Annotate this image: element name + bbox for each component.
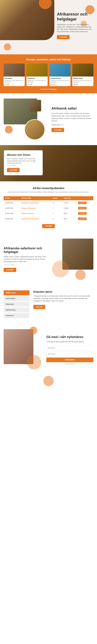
resor-table-row: 15 SEP 2023 Resans #3 Gorilla 5 856 € VI… xyxy=(4,211,94,216)
card-kulturturer-desc: Sample text. Click to select this Text P… xyxy=(28,80,46,83)
safariturer-section: Afrikanska safariturer och helgdagar Nul… xyxy=(0,234,97,285)
nyhetsbrev-credit-link[interactable]: Unsplash xyxy=(70,363,75,364)
erbjuden-content: Erbjuden tjänst Vi integritet handlar om… xyxy=(33,290,94,319)
resor-table-row: 15 SEP 2023 Resans #2 Savannah 7 1.508 €… xyxy=(4,206,94,211)
row-datum: 15 SEP 2023 xyxy=(4,206,20,211)
row-visa-pris-button[interactable]: VISA PRIS xyxy=(78,202,86,204)
card-wildlife-desc: Sample text. Click to select this Text P… xyxy=(73,80,92,83)
safari-elephant-image xyxy=(30,100,41,112)
row-pris: 1.508 € xyxy=(62,206,77,211)
card-kilimanjaro-body: Kilimanjaro Sample text. Click to select… xyxy=(4,76,25,86)
resor-subtitle: Lorem ipsum proin gravida nibh vel velit… xyxy=(4,191,94,193)
hero-title: Afrikaresor och helgdagar xyxy=(57,12,94,22)
card-kulturturer-image xyxy=(26,64,48,76)
resor-table-header-row: DATUM RESANS NAMN DAGAR FRÅN PRIS xyxy=(4,196,94,200)
erbjuden-title: Erbjuden tjänst xyxy=(33,290,94,293)
souq-bottom-link[interactable]: RESOR xyxy=(52,88,56,90)
mission-cta-button[interactable]: LÄS MER xyxy=(7,168,20,172)
menu-item-kulturturer[interactable]: Kulturturer xyxy=(4,313,30,318)
souq-bottom: BLÄDDRA BLAND RESOR xyxy=(4,88,94,90)
card-kilimanjaro-price: 123.995 xyxy=(5,84,24,85)
row-dagar: 5 xyxy=(51,211,62,216)
col-pris: FRÅN PRIS xyxy=(62,196,77,200)
resor-cta-button[interactable]: LÄS MER xyxy=(42,224,55,228)
row-namn: Resans #3 Gorilla xyxy=(20,211,51,216)
safari-orange-circle xyxy=(5,126,13,134)
mission-card: Mission och Vision Fusce fermentum. Null… xyxy=(4,150,43,175)
card-strandsemester-desc: Sample text. Click to select this Text P… xyxy=(50,80,70,83)
card-wildlife-title: Wildlife Safari xyxy=(73,78,92,79)
erbjuden-cta-button[interactable]: VISA DU xyxy=(33,305,45,309)
row-action[interactable]: VISA PRIS xyxy=(77,206,94,211)
card-kilimanjaro-desc: Sample text. Click to select this Text P… xyxy=(5,80,24,83)
safari-text: Afrikansk safari Fusce fermentum. Nullam… xyxy=(52,106,94,132)
mission-description: Fusce fermentum. Nullam cursus lacinia e… xyxy=(7,158,40,164)
card-wildlife-price: 253.995 xyxy=(73,84,92,85)
card-strandsemester[interactable]: Strandsemester Sample text. Click to sel… xyxy=(50,64,70,86)
souq-bottom-text: BLÄDDRA BLAND xyxy=(40,88,51,90)
row-visa-pris-button[interactable]: VISA PRIS xyxy=(78,212,86,215)
safari-guide-image xyxy=(24,119,45,140)
nyhetsbrev-credit: Bild från Unsplash xyxy=(46,363,94,364)
safariturer-credit: Image from Unsplash xyxy=(4,264,48,266)
nyhetsbrev-name-input[interactable] xyxy=(46,346,94,350)
resor-table: DATUM RESANS NAMN DAGAR FRÅN PRIS 10 SEP… xyxy=(4,196,94,222)
hero-text-block: Afrikaresor och helgdagar Pellentesque u… xyxy=(57,12,94,39)
resor-section: Afrika reseerbjudanden Lorem ipsum proin… xyxy=(0,181,97,234)
safariturer-title: Afrikanska safariturer och helgdagar xyxy=(4,246,48,254)
safariturer-text: Afrikanska safariturer och helgdagar Nul… xyxy=(4,246,48,272)
card-kulturturer[interactable]: Kulturturer Sample text. Click to select… xyxy=(26,64,48,86)
card-kilimanjaro[interactable]: Kilimanjaro Sample text. Click to select… xyxy=(4,64,25,86)
mission-credit: Bild från Unsplash xyxy=(7,165,40,166)
mission-section: Mission och Vision Fusce fermentum. Null… xyxy=(0,145,97,181)
nyhetsbrev-email-input[interactable] xyxy=(46,352,94,356)
card-kulturturer-title: Kulturturer xyxy=(28,78,46,79)
nyhetsbrev-images xyxy=(4,329,42,370)
row-dagar: 8 xyxy=(51,216,62,221)
card-kilimanjaro-image xyxy=(4,64,25,76)
nyhetsbrev-circle-large xyxy=(27,355,41,369)
safari-title: Afrikansk safari xyxy=(52,106,94,110)
card-wildlife-image xyxy=(72,64,94,76)
nyhetsbrev-cta-button[interactable]: PRENUMERA xyxy=(46,358,94,362)
nyhetsbrev-circle-small xyxy=(30,326,37,334)
row-action[interactable]: VISA PRIS xyxy=(77,216,94,221)
row-action[interactable]: VISA PRIS xyxy=(77,200,94,206)
safariturer-cta-button[interactable]: LÄS MER xyxy=(4,268,16,272)
card-strandsemester-price: 253.995 xyxy=(50,84,70,85)
row-namn: Resans #2 Savannah xyxy=(20,206,51,211)
category-cards-row: Kilimanjaro Sample text. Click to select… xyxy=(4,64,94,86)
col-datum: DATUM xyxy=(4,196,20,200)
card-strandsemester-body: Strandsemester Sample text. Click to sel… xyxy=(50,76,70,86)
safari-images xyxy=(4,98,48,140)
bottom-decorative-circle xyxy=(43,376,54,386)
safari-cta-button[interactable]: LÄS MER xyxy=(52,128,64,132)
menu-item-wildlife[interactable]: Wildlife Safari xyxy=(4,290,30,295)
safariturer-credit-link[interactable]: Unsplash xyxy=(10,264,15,266)
row-visa-pris-button[interactable]: VISA PRIS xyxy=(78,218,86,220)
row-dagar: 7 xyxy=(51,206,62,211)
row-namn: Sagoromde #4 Kilimanjaro xyxy=(20,216,51,221)
col-dagar: DAGAR xyxy=(51,196,62,200)
safariturer-credit-text: Image from xyxy=(4,264,10,266)
hero-cta-button[interactable]: LÄS MER xyxy=(57,35,70,39)
resor-table-row: 15 SEP 2023 Sagoromde #4 Kilimanjaro 8 5… xyxy=(4,216,94,221)
resor-table-row: 10 SEP 2023 Destintion #1 Naturligtvis 1… xyxy=(4,200,94,206)
resor-bottom: LÄS MER xyxy=(4,224,94,228)
safariturer-circle-large xyxy=(52,260,69,278)
row-visa-pris-button[interactable]: VISA PRIS xyxy=(78,207,86,210)
nyhetsbrev-section: Gå med i vårt nyhetsbrev Lorem ipsum pro… xyxy=(0,324,97,376)
mission-title: Mission och Vision xyxy=(7,154,40,156)
safariturer-circle-small xyxy=(75,270,86,280)
hero-section: Afrikaresor och helgdagar Pellentesque u… xyxy=(0,0,97,54)
menu-item-fjallvandring[interactable]: Fjällvandring xyxy=(4,308,30,312)
menu-item-fagelsafari[interactable]: Fågelsafari xyxy=(4,302,30,307)
row-action[interactable]: VISA PRIS xyxy=(77,211,94,216)
erbjuden-menu: Wildlife Safari Gorilla Safari Fågelsafa… xyxy=(4,290,30,319)
card-wildlife[interactable]: Wildlife Safari Sample text. Click to se… xyxy=(72,64,94,86)
safari-link-anchor[interactable]: resor xyxy=(61,124,64,126)
nyhetsbrev-credit-text: Bild från xyxy=(65,363,69,364)
menu-item-gorilla[interactable]: Gorilla Safari xyxy=(4,296,30,301)
mission-credit-link[interactable]: Unsplash xyxy=(12,165,16,166)
safariturer-images xyxy=(52,238,94,280)
